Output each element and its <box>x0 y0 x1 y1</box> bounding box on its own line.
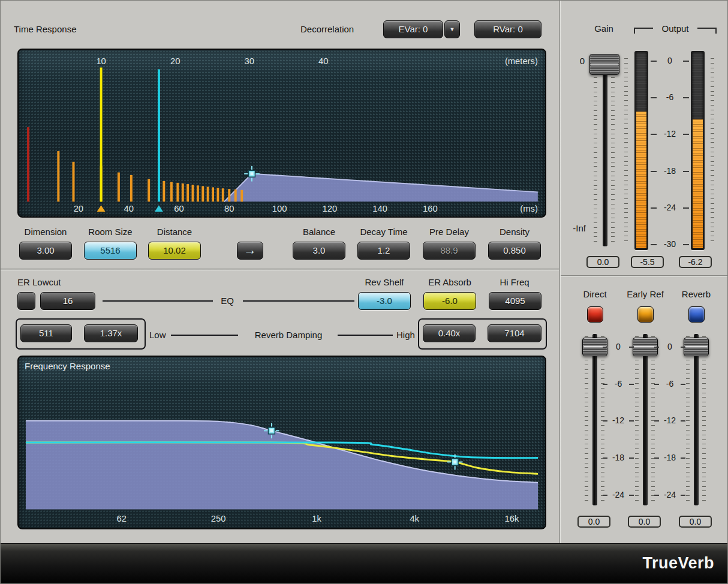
svg-text:10: 10 <box>96 56 106 66</box>
output-bracket-right <box>697 28 717 34</box>
output-bracket-left <box>634 28 653 34</box>
early-ref-fader-track[interactable] <box>643 334 648 505</box>
decay-time-value-button[interactable]: 1.2 <box>357 242 410 260</box>
reverb-readout[interactable]: 0.0 <box>679 516 712 528</box>
param-label-density: Density <box>482 227 547 237</box>
param-label-room-size: Room Size <box>77 227 143 237</box>
damping-line-left <box>171 335 238 336</box>
param-label-pre-delay: Pre Delay <box>416 227 482 237</box>
svg-text:40: 40 <box>124 204 133 213</box>
svg-text:80: 80 <box>224 204 234 213</box>
pre-delay-value-button[interactable]: 88.9 <box>423 242 476 260</box>
early-ref-tick-rail-left <box>635 336 639 502</box>
meter-scale-0: 0 <box>655 56 684 65</box>
chevron-down-icon: ▼ <box>450 26 455 32</box>
early-ref-mute-button[interactable] <box>637 306 654 323</box>
damping-high-freq-button[interactable]: 7104 <box>488 324 542 342</box>
meter-scale-30: -30 <box>655 239 684 249</box>
divider <box>561 275 728 277</box>
output-label: Output <box>654 23 696 34</box>
damping-line-right <box>338 335 393 336</box>
hi-freq-value-button[interactable]: 4095 <box>489 292 542 310</box>
time-response-plot[interactable]: 10203040(meters)20406080100120140160(ms) <box>19 50 545 216</box>
arrow-right-icon: → <box>244 243 257 257</box>
meter-tick-rail-right <box>711 58 714 244</box>
damping-low-ratio-button[interactable]: 1.37x <box>84 324 138 342</box>
bottom-bar: TrueVerb <box>1 543 728 584</box>
meter-scale-18: -18 <box>655 166 684 176</box>
frequency-response-plot[interactable]: 622501k4k16k <box>19 357 545 528</box>
mix-scale2-12: -12 <box>658 416 682 425</box>
gain-label: Gain <box>584 23 624 34</box>
time-response-title: Time Response <box>14 24 77 34</box>
svg-text:(ms): (ms) <box>520 204 538 213</box>
gain-fader-handle[interactable] <box>589 54 619 75</box>
output-right-readout: -6.2 <box>679 256 712 268</box>
gain-fader-track[interactable] <box>603 56 607 246</box>
svg-text:4k: 4k <box>410 514 419 523</box>
mix-scale2-0: 0 <box>658 342 682 351</box>
damping-high-ratio-button[interactable]: 0.40x <box>423 324 476 342</box>
reverb-label: Reverb <box>669 289 723 299</box>
balance-value-button[interactable]: 3.0 <box>293 242 345 260</box>
svg-text:250: 250 <box>211 514 226 523</box>
gain-readout[interactable]: 0.0 <box>586 256 619 268</box>
eq-label: EQ <box>214 296 240 306</box>
output-meter-right <box>691 51 705 250</box>
direct-tick-rail-left <box>585 336 588 502</box>
divider <box>559 1 561 543</box>
decorrelation-label: Decorrelation <box>300 24 354 34</box>
svg-text:20: 20 <box>170 56 180 66</box>
svg-text:100: 100 <box>272 204 287 213</box>
output-meter-left-fill <box>636 112 646 248</box>
er-lowcut-toggle[interactable] <box>17 292 35 310</box>
direct-fader-track[interactable] <box>592 334 597 505</box>
time-response-graph[interactable]: 10203040(meters)20406080100120140160(ms) <box>17 49 546 218</box>
gain-scale-bottom-label: -Inf <box>563 223 586 233</box>
direct-mute-button[interactable] <box>587 306 603 323</box>
damping-low-label: Low <box>149 330 166 340</box>
frequency-response-title: Frequency Response <box>25 361 110 371</box>
trueverb-window: Time Response Decorrelation EVar: 0 ▼ RV… <box>0 0 728 584</box>
reverb-tick-rail-left <box>686 336 690 502</box>
reverb-fader-handle[interactable] <box>684 338 709 356</box>
early-ref-tick-rail-right <box>651 336 655 502</box>
er-absorb-value-button[interactable]: -6.0 <box>423 292 476 310</box>
mix-scale2-18: -18 <box>658 453 682 462</box>
svg-text:160: 160 <box>423 204 438 213</box>
evar-dropdown-button[interactable]: ▼ <box>444 20 460 38</box>
gain-tick-rail-left <box>594 59 597 243</box>
frequency-response-graph[interactable]: 622501k4k16k <box>17 356 546 529</box>
output-left-readout: -5.5 <box>631 256 664 268</box>
hi-freq-label: Hi Freq <box>482 277 547 287</box>
damping-high-label: High <box>396 330 415 340</box>
reverb-fader-track[interactable] <box>694 334 699 505</box>
rvar-button[interactable]: RVar: 0 <box>474 20 542 38</box>
param-label-dimension: Dimension <box>13 227 79 237</box>
room-size-value-button[interactable]: 5516 <box>84 242 137 260</box>
link-arrow-button[interactable]: → <box>237 242 263 260</box>
svg-text:140: 140 <box>372 204 387 213</box>
reverb-mute-button[interactable] <box>688 306 705 323</box>
svg-text:20: 20 <box>74 204 83 213</box>
reverb-damping-label: Reverb Damping <box>242 330 335 340</box>
evar-button[interactable]: EVar: 0 <box>383 20 443 38</box>
mix-scale2-24: -24 <box>658 490 682 499</box>
rev-shelf-value-button[interactable]: -3.0 <box>358 292 411 310</box>
output-meter-right-fill <box>693 119 703 248</box>
meter-tick-rail-left <box>624 58 628 244</box>
damping-low-freq-button[interactable]: 511 <box>20 324 72 342</box>
distance-value-button[interactable]: 10.02 <box>148 242 201 260</box>
density-value-button[interactable]: 0.850 <box>488 242 541 260</box>
direct-tick-rail-right <box>601 336 604 502</box>
direct-readout[interactable]: 0.0 <box>577 516 610 528</box>
trueverb-logo: TrueVerb <box>642 554 714 573</box>
svg-text:120: 120 <box>323 204 338 213</box>
reverb-tick-rail-right <box>702 336 706 502</box>
early-ref-readout[interactable]: 0.0 <box>628 516 661 528</box>
dimension-value-button[interactable]: 3.00 <box>19 242 72 260</box>
er-lowcut-value-button[interactable]: 16 <box>40 292 95 310</box>
mix-scale1-6: -6 <box>606 379 630 389</box>
svg-text:60: 60 <box>174 204 183 213</box>
direct-label: Direct <box>568 289 622 299</box>
